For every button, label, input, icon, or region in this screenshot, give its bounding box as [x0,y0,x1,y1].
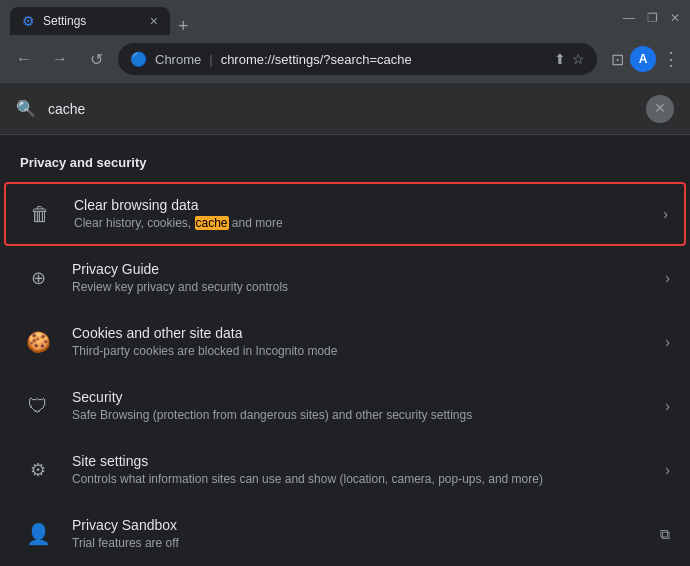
privacy-guide-title: Privacy Guide [72,261,649,277]
tab-area: ⚙ Settings × + [10,0,615,35]
clear-browsing-data-item[interactable]: 🗑 Clear browsing data Clear history, coo… [4,182,686,246]
share-icon[interactable]: ⬆ [554,51,566,67]
cookies-chevron: › [665,334,670,350]
clear-browsing-content: Clear browsing data Clear history, cooki… [74,197,647,232]
url-provider: Chrome [155,52,201,67]
clear-browsing-chevron: › [663,206,668,222]
security-icon: 🛡 [20,388,56,424]
privacy-sandbox-title: Privacy Sandbox [72,517,644,533]
privacy-sandbox-item[interactable]: 👤 Privacy Sandbox Trial features are off… [0,502,690,566]
back-button[interactable]: ← [10,45,38,73]
section-header: Privacy and security [0,151,690,182]
privacy-sandbox-subtitle: Trial features are off [72,535,644,552]
subtitle-highlight: cache [195,216,229,230]
site-settings-icon: ⚙ [20,452,56,488]
chrome-menu-button[interactable]: ⋮ [662,48,680,70]
url-bar[interactable]: 🔵 Chrome | chrome://settings/?search=cac… [118,43,597,75]
url-text: chrome://settings/?search=cache [221,52,412,67]
cookies-title: Cookies and other site data [72,325,649,341]
search-value[interactable]: cache [48,101,85,117]
settings-tab[interactable]: ⚙ Settings × [10,7,170,35]
site-settings-chevron: › [665,462,670,478]
clear-browsing-title: Clear browsing data [74,197,647,213]
search-icon: 🔍 [16,99,36,118]
security-item[interactable]: 🛡 Security Safe Browsing (protection fro… [0,374,690,438]
close-window-button[interactable]: ✕ [670,11,680,25]
security-title: Security [72,389,649,405]
main-content: Privacy and security 🗑 Clear browsing da… [0,135,690,566]
privacy-sandbox-content: Privacy Sandbox Trial features are off [72,517,644,552]
cookies-item[interactable]: 🍪 Cookies and other site data Third-part… [0,310,690,374]
security-content: Security Safe Browsing (protection from … [72,389,649,424]
url-favicon: 🔵 [130,51,147,67]
search-bar: 🔍 cache × [0,83,690,135]
privacy-sandbox-external-icon: ⧉ [660,526,670,543]
window-controls: — ❐ ✕ [623,11,680,25]
site-settings-subtitle: Controls what information sites can use … [72,471,649,488]
privacy-sandbox-icon: 👤 [20,516,56,552]
privacy-guide-item[interactable]: ⊕ Privacy Guide Review key privacy and s… [0,246,690,310]
url-right-icons: ⬆ ☆ [554,51,585,67]
maximize-button[interactable]: ❐ [647,11,658,25]
cookies-icon: 🍪 [20,324,56,360]
reload-button[interactable]: ↺ [82,45,110,73]
profile-button[interactable]: A [630,46,656,72]
subtitle-before: Clear history, cookies, [74,216,195,230]
privacy-guide-icon: ⊕ [20,260,56,296]
privacy-guide-subtitle: Review key privacy and security controls [72,279,649,296]
bookmark-icon[interactable]: ☆ [572,51,585,67]
cookies-content: Cookies and other site data Third-party … [72,325,649,360]
new-tab-button[interactable]: + [178,17,189,35]
search-input-wrapper: cache [48,101,634,117]
settings-tab-title: Settings [43,14,86,28]
toolbar-icons: ⊡ A ⋮ [611,46,680,72]
security-chevron: › [665,398,670,414]
privacy-guide-chevron: › [665,270,670,286]
tab-close-button[interactable]: × [150,13,158,29]
url-separator: | [209,52,212,67]
address-bar: ← → ↺ 🔵 Chrome | chrome://settings/?sear… [0,35,690,83]
privacy-guide-content: Privacy Guide Review key privacy and sec… [72,261,649,296]
site-settings-content: Site settings Controls what information … [72,453,649,488]
search-clear-button[interactable]: × [646,95,674,123]
cookies-subtitle: Third-party cookies are blocked in Incog… [72,343,649,360]
minimize-button[interactable]: — [623,11,635,25]
security-subtitle: Safe Browsing (protection from dangerous… [72,407,649,424]
site-settings-item[interactable]: ⚙ Site settings Controls what informatio… [0,438,690,502]
clear-browsing-icon: 🗑 [22,196,58,232]
forward-button[interactable]: → [46,45,74,73]
extension-icon[interactable]: ⊡ [611,50,624,69]
title-bar: ⚙ Settings × + — ❐ ✕ [0,0,690,35]
subtitle-after: and more [229,216,283,230]
clear-browsing-subtitle: Clear history, cookies, cache and more [74,215,647,232]
settings-tab-icon: ⚙ [22,13,35,29]
site-settings-title: Site settings [72,453,649,469]
